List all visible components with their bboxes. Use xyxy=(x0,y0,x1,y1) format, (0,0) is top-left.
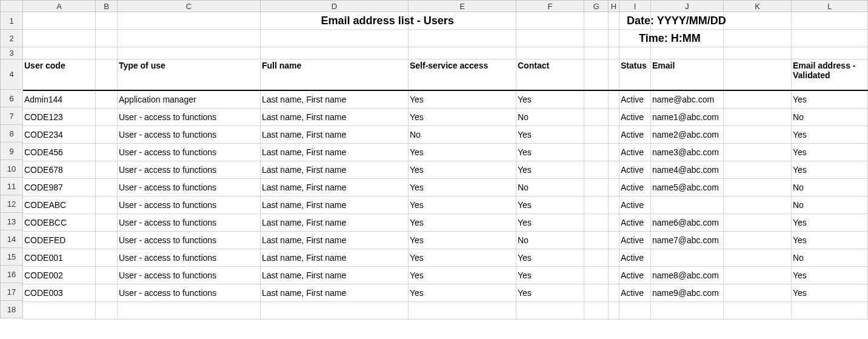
col-header-B[interactable]: B xyxy=(96,0,118,12)
row-header-18[interactable]: 18 xyxy=(0,301,23,318)
cell-self-service[interactable]: Yes xyxy=(409,249,516,267)
cell-status[interactable]: Active xyxy=(619,249,651,267)
col-header-C[interactable]: C xyxy=(118,0,261,12)
cell-L1[interactable] xyxy=(792,12,868,30)
cell-empty-H[interactable] xyxy=(609,179,619,196)
cell-contact[interactable]: Yes xyxy=(516,126,584,144)
col-header-K[interactable]: K xyxy=(724,0,792,12)
cell-empty-K[interactable] xyxy=(724,267,792,284)
col-header-A[interactable]: A xyxy=(23,0,96,12)
cell-empty-B[interactable] xyxy=(96,91,118,109)
cell-B2[interactable] xyxy=(96,30,118,47)
cell-empty-B[interactable] xyxy=(96,232,118,249)
cell-H1[interactable] xyxy=(609,12,619,30)
cell-status[interactable]: Active xyxy=(619,161,651,179)
cell-E18[interactable] xyxy=(409,302,516,320)
cell-status[interactable]: Active xyxy=(619,267,651,284)
cell-contact[interactable]: Yes xyxy=(516,214,584,232)
cell-K2[interactable] xyxy=(724,30,792,47)
cell-self-service[interactable]: Yes xyxy=(409,144,516,161)
row-header-9[interactable]: 9 xyxy=(0,143,23,160)
cell-email[interactable]: name@abc.com xyxy=(651,91,724,109)
cell-J18[interactable] xyxy=(651,302,724,320)
cell-full-name[interactable]: Last name, First name xyxy=(261,267,409,284)
cell-empty-K[interactable] xyxy=(724,232,792,249)
cell-empty-G[interactable] xyxy=(584,161,609,179)
cell-email[interactable]: name6@abc.com xyxy=(651,214,724,232)
cell-type-of-use[interactable]: User - access to functions xyxy=(118,214,261,232)
cell-E3[interactable] xyxy=(409,47,516,59)
cell-status[interactable]: Active xyxy=(619,91,651,109)
cell-status[interactable]: Active xyxy=(619,214,651,232)
row-header-15[interactable]: 15 xyxy=(0,248,23,266)
cell-email[interactable]: name8@abc.com xyxy=(651,267,724,284)
cell-full-name[interactable]: Last name, First name xyxy=(261,109,409,126)
cell-empty-H[interactable] xyxy=(609,144,619,161)
cell-empty-H[interactable] xyxy=(609,196,619,214)
header-user-code[interactable]: User code xyxy=(23,59,96,90)
cell-empty-H[interactable] xyxy=(609,161,619,179)
cell-empty-H[interactable] xyxy=(609,126,619,144)
cell-D3[interactable] xyxy=(261,47,409,59)
cell-empty-G[interactable] xyxy=(584,91,609,109)
cell-empty-K[interactable] xyxy=(724,144,792,161)
cell-validated[interactable]: Yes xyxy=(792,214,868,232)
cell-user-code[interactable]: Admin144 xyxy=(23,91,96,109)
cell-contact[interactable]: No xyxy=(516,232,584,249)
cell-type-of-use[interactable]: User - access to functions xyxy=(118,267,261,284)
header-email[interactable]: Email xyxy=(651,59,724,90)
cell-G3[interactable] xyxy=(584,47,609,59)
cell-empty-H[interactable] xyxy=(609,232,619,249)
cell-G4[interactable] xyxy=(584,59,609,90)
cell-empty-B[interactable] xyxy=(96,161,118,179)
cell-empty-B[interactable] xyxy=(96,214,118,232)
cell-self-service[interactable]: Yes xyxy=(409,109,516,126)
cell-validated[interactable]: Yes xyxy=(792,267,868,284)
cell-type-of-use[interactable]: User - access to functions xyxy=(118,109,261,126)
header-self-service[interactable]: Self-service access xyxy=(409,59,516,90)
cell-self-service[interactable]: Yes xyxy=(409,267,516,284)
cell-status[interactable]: Active xyxy=(619,284,651,302)
cell-B18[interactable] xyxy=(96,302,118,320)
cell-G1[interactable] xyxy=(584,12,609,30)
cell-B1[interactable] xyxy=(96,12,118,30)
cell-contact[interactable]: No xyxy=(516,179,584,196)
cell-type-of-use[interactable]: User - access to functions xyxy=(118,126,261,144)
cell-self-service[interactable]: No xyxy=(409,126,516,144)
row-header-11[interactable]: 11 xyxy=(0,178,23,195)
cell-email[interactable] xyxy=(651,196,724,214)
cell-type-of-use[interactable]: User - access to functions xyxy=(118,144,261,161)
cell-I2[interactable]: Time: H:MM xyxy=(619,30,651,47)
cell-type-of-use[interactable]: Application manager xyxy=(118,91,261,109)
cell-status[interactable]: Active xyxy=(619,109,651,126)
cell-A3[interactable] xyxy=(23,47,96,59)
cell-contact[interactable]: Yes xyxy=(516,144,584,161)
cell-user-code[interactable]: CODEFED xyxy=(23,232,96,249)
cell-B4[interactable] xyxy=(96,59,118,90)
cell-empty-K[interactable] xyxy=(724,249,792,267)
cell-empty-G[interactable] xyxy=(584,109,609,126)
cell-validated[interactable]: Yes xyxy=(792,232,868,249)
cell-C3[interactable] xyxy=(118,47,261,59)
row-header-16[interactable]: 16 xyxy=(0,266,23,283)
cell-self-service[interactable]: Yes xyxy=(409,284,516,302)
cell-contact[interactable]: Yes xyxy=(516,284,584,302)
cell-self-service[interactable]: Yes xyxy=(409,161,516,179)
cell-status[interactable]: Active xyxy=(619,179,651,196)
cell-empty-B[interactable] xyxy=(96,109,118,126)
cell-status[interactable]: Active xyxy=(619,232,651,249)
cell-validated[interactable]: No xyxy=(792,196,868,214)
row-header-14[interactable]: 14 xyxy=(0,230,23,248)
cell-email[interactable]: name1@abc.com xyxy=(651,109,724,126)
cell-A18[interactable] xyxy=(23,302,96,320)
cell-F1[interactable] xyxy=(516,12,584,30)
row-header-10[interactable]: 10 xyxy=(0,160,23,178)
cell-contact[interactable]: Yes xyxy=(516,196,584,214)
row-header-7[interactable]: 7 xyxy=(0,107,23,125)
cell-status[interactable]: Active xyxy=(619,196,651,214)
cell-user-code[interactable]: CODE456 xyxy=(23,144,96,161)
cell-empty-K[interactable] xyxy=(724,196,792,214)
cell-user-code[interactable]: CODE678 xyxy=(23,161,96,179)
cell-G2[interactable] xyxy=(584,30,609,47)
cell-validated[interactable]: Yes xyxy=(792,91,868,109)
